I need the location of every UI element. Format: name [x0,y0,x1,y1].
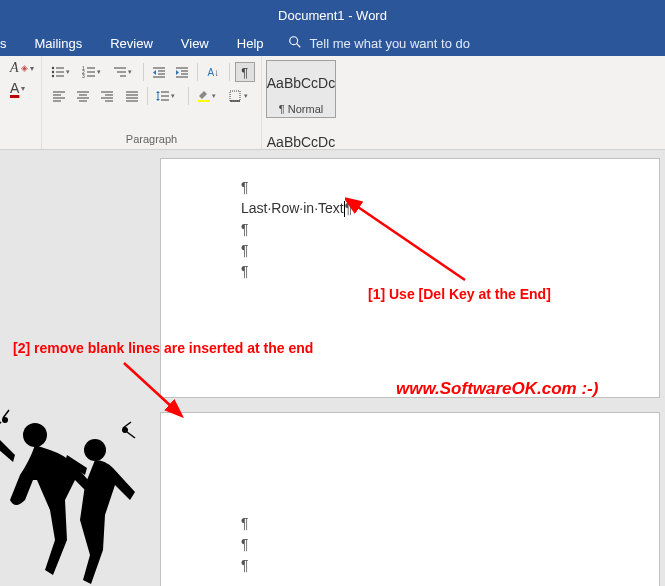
decrease-indent-button[interactable] [149,62,169,82]
svg-marker-26 [176,70,179,75]
ribbon-group-styles: AaBbCcDc ¶ Normal AaBbCcDc ¶ No Spac... … [262,56,665,149]
chevron-down-icon: ▾ [244,92,248,100]
decorative-silhouette [0,400,145,586]
borders-button[interactable]: ▾ [226,86,255,106]
titlebar: Document1 - Word [0,0,665,30]
bullets-button[interactable]: ▾ [48,62,76,82]
tab-help[interactable]: Help [223,30,278,56]
tell-me-search[interactable]: Tell me what you want to do [288,35,470,52]
doc-line: Last·Row·in·Text¶ [241,198,659,219]
align-right-button[interactable] [97,86,118,106]
svg-marker-21 [153,70,156,75]
tab-mailings[interactable]: Mailings [21,30,97,56]
chevron-down-icon: ▾ [21,84,25,93]
doc-line: ¶ [241,219,659,240]
ribbon-tabs: s Mailings Review View Help Tell me what… [0,30,665,56]
chevron-down-icon: ▾ [212,92,216,100]
svg-point-57 [84,439,106,461]
paragraph-group-label: Paragraph [48,133,255,147]
svg-point-6 [52,75,54,77]
page-2[interactable]: ¶ ¶ ¶ [160,412,660,586]
pilcrow-mark: ¶ [241,240,249,261]
search-icon [288,35,302,52]
align-center-button[interactable] [72,86,93,106]
multilevel-list-button[interactable]: ▾ [110,62,138,82]
pilcrow-mark: ¶ [241,261,249,282]
style-preview: AaBbCcDc [267,63,335,103]
style-name: ¶ Normal [279,103,323,115]
chevron-down-icon: ▾ [97,68,101,76]
svg-point-4 [52,71,54,73]
pilcrow-mark: ¶ [241,513,249,534]
pilcrow-mark: ¶ [241,555,249,576]
svg-rect-49 [198,100,210,102]
svg-point-56 [23,423,47,447]
pilcrow-mark: ¶ [241,219,249,240]
align-justify-button[interactable] [121,86,142,106]
ribbon: A◈ ▾ A ▾ ▾ 123 ▾ [0,56,665,150]
doc-line: ¶ [241,555,659,576]
svg-rect-50 [230,91,240,101]
page-1[interactable]: ¶ Last·Row·in·Text¶ ¶ ¶ ¶ [160,158,660,398]
doc-text: Last·Row·in·Text [241,198,344,219]
chevron-down-icon: ▾ [30,64,34,73]
tell-me-placeholder: Tell me what you want to do [310,36,470,51]
font-color-button[interactable]: A ▾ [10,80,35,96]
doc-line: ¶ [241,513,659,534]
doc-line: ¶ [241,261,659,282]
shading-button[interactable]: ▾ [194,86,223,106]
watermark: www.SoftwareOK.com :-) [396,379,598,399]
sort-button[interactable]: A↓ [203,62,223,82]
pilcrow-mark: ¶ [241,177,249,198]
chevron-down-icon: ▾ [128,68,132,76]
svg-point-2 [52,67,54,69]
svg-point-0 [289,36,297,44]
ribbon-group-font: A◈ ▾ A ▾ [0,56,42,149]
tab-review[interactable]: Review [96,30,167,56]
tab-view[interactable]: View [167,30,223,56]
numbering-button[interactable]: 123 ▾ [79,62,107,82]
ribbon-group-paragraph: ▾ 123 ▾ ▾ A↓ [42,56,262,149]
annotation-2: [2] remove blank lines are inserted at t… [13,340,313,356]
align-left-button[interactable] [48,86,69,106]
window-title: Document1 - Word [278,8,387,23]
chevron-down-icon: ▾ [66,68,70,76]
chevron-down-icon: ▾ [171,92,175,100]
tab-partial[interactable]: s [0,30,21,56]
annotation-1: [1] Use [Del Key at the End] [368,286,551,302]
svg-text:3: 3 [82,73,85,78]
show-paragraph-marks-button[interactable]: ¶ [235,62,255,82]
style-normal[interactable]: AaBbCcDc ¶ Normal [266,60,336,118]
clear-formatting-button[interactable]: A◈ ▾ [10,60,35,76]
increase-indent-button[interactable] [172,62,192,82]
doc-line: ¶ [241,240,659,261]
doc-line: ¶ [241,534,659,555]
doc-line: ¶ [241,177,659,198]
pilcrow-mark: ¶ [345,198,353,219]
svg-line-1 [296,43,300,47]
pilcrow-mark: ¶ [241,534,249,555]
line-spacing-button[interactable]: ▾ [153,86,182,106]
